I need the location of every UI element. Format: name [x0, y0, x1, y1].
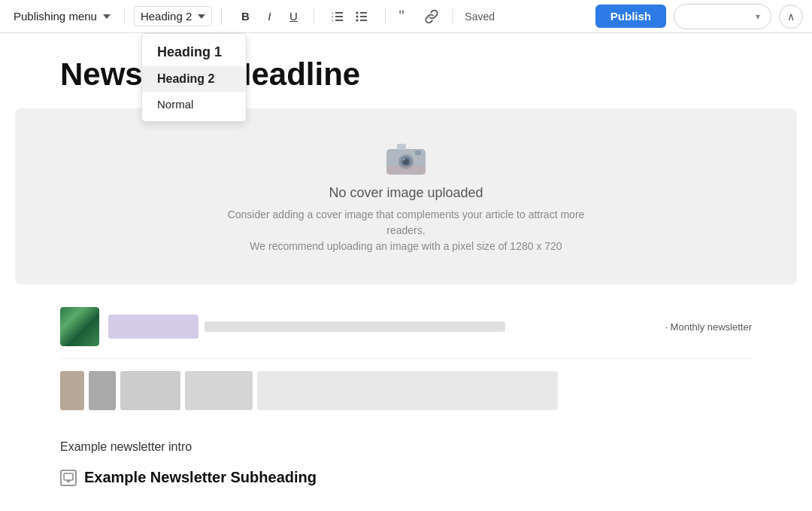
toolbar-divider-3 [314, 8, 314, 25]
svg-point-17 [403, 159, 405, 161]
publishing-menu-button[interactable]: Publishing menu [9, 7, 115, 26]
article-thumbnail [60, 307, 99, 346]
unordered-list-button[interactable] [350, 5, 373, 28]
link-icon [424, 10, 439, 23]
publishing-menu-label: Publishing menu [14, 10, 97, 23]
cover-no-image-title: No cover image uploaded [329, 185, 483, 201]
svg-text:3: 3 [332, 18, 334, 22]
audience-dropdown-arrow-icon: ▾ [756, 11, 760, 22]
link-button[interactable] [420, 5, 443, 28]
article-subheading-row: Example Newsletter Subheading [60, 469, 752, 486]
subheading-icon [60, 470, 77, 486]
quote-icon: " [398, 10, 414, 23]
heading-dropdown: Heading 1 Heading 2 Normal [141, 33, 247, 122]
block-xxlgray [257, 371, 558, 410]
bold-button[interactable]: B [234, 5, 256, 28]
unordered-list-icon [355, 10, 368, 23]
leaf-image [60, 307, 99, 346]
audience-dropdown[interactable]: ▾ [674, 4, 771, 29]
block-gray [89, 371, 116, 410]
svg-point-7 [356, 15, 359, 17]
collapse-button[interactable]: ∧ [779, 5, 803, 29]
article-row-1: · Monthly newsletter [60, 307, 752, 359]
publish-button[interactable]: Publish [595, 5, 666, 28]
svg-point-8 [356, 19, 359, 21]
collapse-icon: ∧ [787, 11, 795, 23]
article-intro[interactable]: Example newsletter intro [60, 440, 752, 454]
svg-text:": " [398, 10, 404, 23]
toolbar-divider-4 [385, 8, 386, 25]
block-lgray [120, 371, 180, 410]
svg-rect-20 [386, 166, 426, 175]
article-header: Newsletter Headline [0, 33, 812, 101]
svg-rect-18 [397, 144, 406, 150]
toolbar-divider-2 [221, 8, 222, 25]
row-bar-purple [108, 315, 198, 339]
ordered-list-icon: 1 2 3 [331, 10, 344, 23]
format-buttons: B I U [234, 5, 304, 28]
cover-no-image-desc2: We recommend uploading an image with a p… [250, 239, 562, 254]
heading-dropdown-item-h1[interactable]: Heading 1 [142, 38, 246, 66]
italic-button[interactable]: I [258, 5, 280, 28]
heading-select-chevron-icon [198, 14, 205, 19]
row-bar-light-1 [205, 321, 505, 332]
heading-select-label: Heading 2 [141, 10, 192, 23]
main-content: Newsletter Headline No cover image uploa… [0, 33, 812, 511]
heading-dropdown-item-normal[interactable]: Normal [142, 92, 246, 117]
svg-rect-21 [64, 473, 73, 480]
camera-icon [383, 138, 429, 175]
heading-select[interactable]: Heading 2 [134, 6, 212, 26]
cover-no-image-desc1: Consider adding a cover image that compl… [218, 207, 594, 239]
list-buttons: 1 2 3 [326, 5, 373, 28]
block-tan [60, 371, 84, 410]
article-row-2 [60, 371, 752, 422]
monitor-icon [63, 473, 74, 483]
toolbar: Publishing menu Heading 2 Heading 1 Head… [0, 0, 812, 33]
saved-label: Saved [465, 11, 495, 23]
quote-button[interactable]: " [395, 5, 417, 28]
underline-button[interactable]: U [282, 5, 304, 28]
ordered-list-button[interactable]: 1 2 3 [326, 5, 349, 28]
toolbar-divider-1 [124, 8, 125, 25]
svg-rect-19 [415, 151, 421, 155]
publishing-menu-chevron-icon [103, 14, 111, 19]
article-subheading[interactable]: Example Newsletter Subheading [84, 469, 317, 486]
toolbar-divider-5 [452, 8, 453, 25]
heading-dropdown-item-h2[interactable]: Heading 2 [142, 66, 246, 92]
extra-buttons: " [395, 5, 443, 28]
cover-image-area[interactable]: No cover image uploaded Consider adding … [15, 108, 797, 284]
toolbar-right: Publish ▾ ∧ [595, 4, 803, 29]
svg-point-6 [356, 11, 359, 14]
row-tag: · Monthly newsletter [665, 321, 752, 333]
row-content-1 [108, 315, 650, 339]
article-body: · Monthly newsletter Example newsletter … [0, 292, 812, 501]
block-xlgray [185, 371, 253, 410]
